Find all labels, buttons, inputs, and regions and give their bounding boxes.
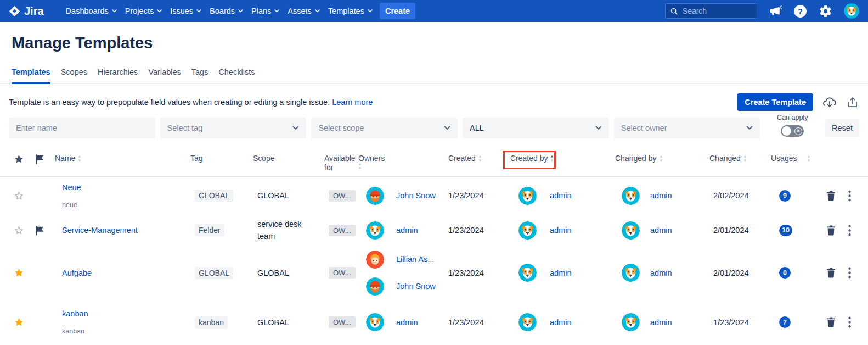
can-apply-toggle[interactable]: ✕ [781,125,804,137]
more-options-icon[interactable] [848,267,851,279]
owner-link[interactable]: admin [396,318,418,327]
tag-filter-select[interactable]: Select tag [160,118,307,138]
changed-by-avatar[interactable] [622,313,640,331]
created-by-link[interactable]: admin [550,269,572,277]
column-header-created_by[interactable]: Created by [503,154,611,164]
tab-variables[interactable]: Variables [148,68,181,83]
tab-templates[interactable]: Templates [12,68,50,84]
owner-link[interactable]: Lillian As... [396,255,434,264]
created-by-avatar[interactable] [518,313,537,331]
changed-by-link[interactable]: admin [650,226,672,235]
changed-by-avatar[interactable] [622,221,640,240]
column-header-changed_by[interactable]: Changed by [611,154,705,164]
nav-item-assets[interactable]: Assets [288,7,320,15]
delete-icon[interactable] [826,190,836,202]
nav-item-boards[interactable]: Boards [210,7,243,15]
scope-filter-select[interactable]: Select scope [311,118,458,138]
more-options-icon[interactable] [848,225,851,236]
available-for-cell: OW... [320,225,354,236]
owner-avatar[interactable] [366,187,384,205]
template-name-link[interactable]: kanban [62,309,183,318]
template-name-link[interactable]: Service-Management [62,226,183,235]
name-filter-input[interactable] [9,118,155,138]
owner-link[interactable]: John Snow [396,191,436,200]
changed-by-link[interactable]: admin [650,191,672,200]
column-header-owners[interactable]: Owners [354,154,442,163]
nav-item-issues[interactable]: Issues [170,7,201,15]
column-header-created[interactable]: Created [442,154,503,164]
column-header-changed[interactable]: Changed [705,154,766,164]
nav-item-templates[interactable]: Templates [328,7,373,15]
column-header-available[interactable]: Availablefor [320,154,354,172]
chevron-down-icon [112,9,117,13]
created-by-avatar[interactable] [518,187,537,205]
template-name-link[interactable]: Neue [62,183,183,192]
create-template-button[interactable]: Create Template [737,93,813,111]
changed-by-avatar[interactable] [622,187,640,205]
changed-by-link[interactable]: admin [650,318,672,327]
tab-checklists[interactable]: Checklists [218,68,255,83]
created-by-link[interactable]: admin [550,191,572,200]
create-button[interactable]: Create [380,3,415,19]
created-by-link[interactable]: admin [550,318,572,327]
usages-badge[interactable]: 0 [779,267,791,279]
header-star-icon[interactable] [9,154,29,164]
import-templates-icon[interactable] [822,95,837,109]
tab-tags[interactable]: Tags [191,68,208,83]
available-for-lozenge[interactable]: OW... [329,316,356,328]
owner-avatar[interactable] [366,313,384,331]
usages-badge[interactable]: 7 [779,316,791,328]
star-outline-icon[interactable] [9,191,29,201]
tab-hierarchies[interactable]: Hierarchies [98,68,138,83]
flag-icon[interactable] [29,225,50,236]
owner-avatar[interactable] [366,277,384,296]
search-box[interactable] [665,3,757,19]
more-options-icon[interactable] [848,190,851,202]
delete-icon[interactable] [826,267,836,279]
available-for-lozenge[interactable]: OW... [329,190,356,202]
available-filter-select[interactable]: ALL [463,118,609,138]
header-flag-icon[interactable] [29,154,50,164]
owner-avatar[interactable] [366,221,384,240]
created-by-avatar[interactable] [518,264,537,282]
owner-avatar[interactable] [366,251,384,269]
nav-item-dashboards[interactable]: Dashboards [66,7,117,15]
search-input[interactable] [683,7,752,15]
export-templates-icon[interactable] [846,96,859,109]
owner-filter-select[interactable]: Select owner [614,118,760,138]
delete-icon[interactable] [826,225,836,236]
column-header-tag[interactable]: Tag [186,154,249,163]
jira-logo[interactable]: Jira [9,5,44,18]
nav-item-projects[interactable]: Projects [125,7,162,15]
column-header-usages[interactable]: Usages [766,154,815,164]
reset-button[interactable]: Reset [825,119,859,137]
changed-by-avatar[interactable] [622,264,640,282]
help-icon[interactable]: ? [793,4,807,18]
learn-more-link[interactable]: Learn more [332,98,373,107]
created-by-avatar[interactable] [518,221,537,240]
column-header-name[interactable]: Name [50,154,186,164]
row-actions [815,316,868,328]
announcements-icon[interactable] [769,4,782,18]
template-name-link[interactable]: Aufgabe [62,269,183,277]
changed-by-cell: admin [611,221,705,240]
user-avatar[interactable] [844,3,859,19]
star-filled-icon[interactable] [9,317,29,327]
sort-icon [478,155,482,164]
usages-badge[interactable]: 9 [779,190,791,202]
nav-item-plans[interactable]: Plans [251,7,279,15]
column-header-scope[interactable]: Scope [249,154,320,163]
more-options-icon[interactable] [848,316,851,328]
settings-gear-icon[interactable] [819,4,832,18]
changed-by-link[interactable]: admin [650,269,672,277]
tab-scopes[interactable]: Scopes [61,68,87,83]
star-outline-icon[interactable] [9,225,29,236]
delete-icon[interactable] [826,316,836,328]
star-filled-icon[interactable] [9,268,29,278]
owner-link[interactable]: admin [396,226,418,235]
available-for-lozenge[interactable]: OW... [329,267,356,279]
owner-link[interactable]: John Snow [396,282,436,291]
created-by-link[interactable]: admin [550,226,572,235]
available-for-lozenge[interactable]: OW... [329,225,356,236]
usages-badge[interactable]: 10 [779,225,792,236]
